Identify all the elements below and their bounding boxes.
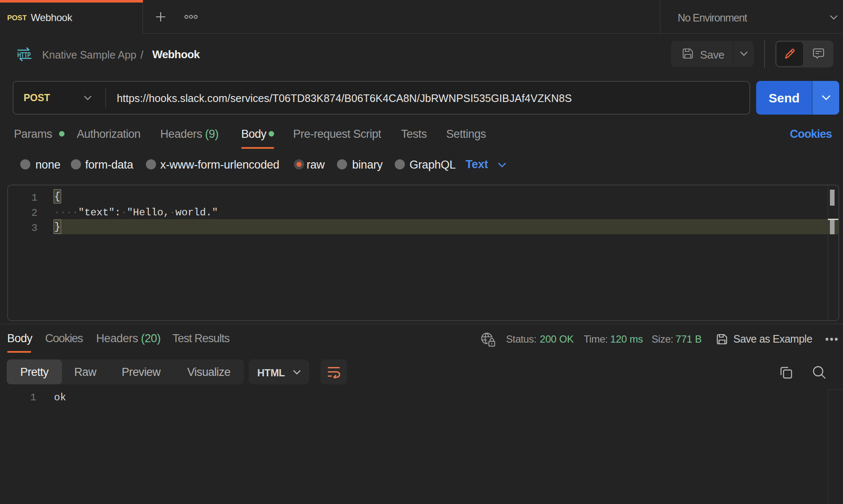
svg-text:HTTP: HTTP: [17, 51, 31, 59]
